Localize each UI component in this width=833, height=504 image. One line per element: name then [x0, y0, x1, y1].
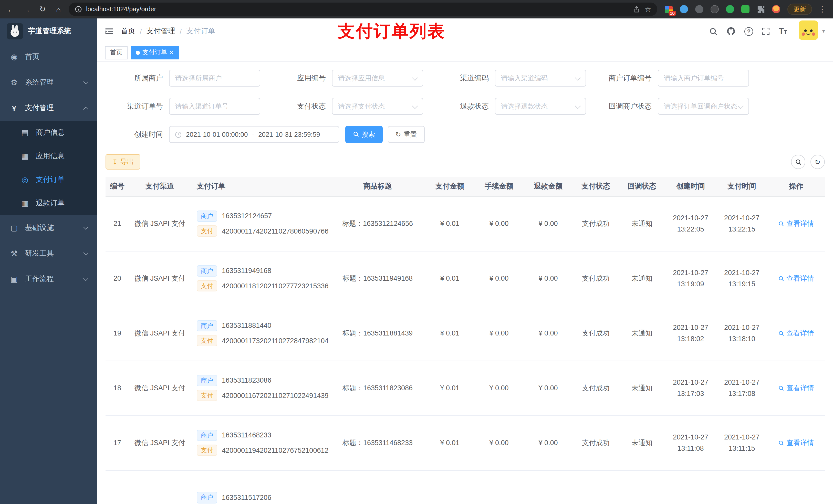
- address-bar[interactable]: localhost:1024/pay/order ☆: [69, 3, 657, 16]
- top-navbar: 首页 / 支付管理 / 支付订单 支付订单列表 ?: [97, 19, 833, 44]
- reload-icon[interactable]: ↻: [37, 4, 48, 15]
- pay-badge: 支付: [197, 225, 217, 237]
- col-order: 支付订单: [191, 177, 330, 196]
- app-no-select[interactable]: [332, 70, 423, 87]
- browser-chrome: ← → ↻ ⌂ localhost:1024/pay/order ☆ 10: [0, 0, 833, 19]
- col-action: 操作: [767, 177, 825, 196]
- chevron-down-icon: [83, 79, 88, 84]
- sidebar-item-infrastructure[interactable]: ▢ 基础设施: [0, 215, 97, 241]
- extension-blue-icon[interactable]: [679, 5, 689, 14]
- merchant-order-no-input[interactable]: [658, 74, 748, 82]
- app-logo[interactable]: 芋道管理系统: [0, 19, 97, 44]
- view-detail-link[interactable]: 查看详情: [778, 438, 814, 448]
- channel-order-no-input[interactable]: [170, 102, 260, 110]
- view-detail-link[interactable]: 查看详情: [778, 383, 814, 392]
- merchant-order-no: 1635312124657: [222, 212, 272, 220]
- reset-button[interactable]: ↻ 重置: [388, 126, 425, 143]
- sidebar-item-system[interactable]: ⚙ 系统管理: [0, 70, 97, 95]
- extension-green-circle-icon[interactable]: [725, 5, 735, 14]
- merchant-input[interactable]: [170, 74, 260, 82]
- briefcase-icon: ▣: [10, 274, 19, 284]
- search-icon: [353, 131, 359, 138]
- bookmark-star-icon[interactable]: ☆: [645, 5, 651, 13]
- share-icon[interactable]: [634, 6, 641, 13]
- sidebar-toggle-icon[interactable]: [104, 27, 114, 36]
- forward-icon[interactable]: →: [21, 4, 32, 15]
- font-size-icon[interactable]: TT: [779, 27, 787, 36]
- col-create-time: 创建时间: [665, 177, 716, 196]
- merchant-badge: 商户: [197, 430, 217, 441]
- channel-code-select[interactable]: [495, 70, 586, 87]
- grid-icon: ▦: [21, 152, 29, 161]
- col-title: 商品标题: [330, 177, 425, 196]
- back-icon[interactable]: ←: [5, 4, 16, 15]
- pay-status-label: 支付状态: [268, 102, 332, 111]
- browser-menu-icon[interactable]: ⋮: [817, 4, 828, 15]
- view-detail-link[interactable]: 查看详情: [778, 329, 814, 338]
- extension-gray-icon[interactable]: [695, 5, 704, 14]
- view-detail-link[interactable]: 查看详情: [778, 219, 814, 228]
- merchant-label: 所属商户: [105, 73, 169, 83]
- view-detail-link[interactable]: 查看详情: [778, 274, 814, 283]
- sidebar-item-dev-tools[interactable]: ⚒ 研发工具: [0, 241, 97, 266]
- export-button[interactable]: ↧ 导出: [105, 154, 140, 170]
- pay-badge: 支付: [197, 280, 217, 291]
- github-icon[interactable]: [727, 27, 736, 36]
- sidebar-item-pay-order[interactable]: ◎ 支付订单: [0, 168, 97, 192]
- merchant-order-no: 1635311881440: [222, 322, 271, 330]
- date-range-picker[interactable]: 2021-10-01 00:00:00 - 2021-10-31 23:59:5…: [169, 126, 339, 143]
- breadcrumb-section[interactable]: 支付管理: [146, 27, 175, 36]
- table-row: 18 微信 JSAPI 支付 商户1635311823086 支付4200001…: [105, 361, 825, 415]
- refresh-icon: ↻: [396, 131, 401, 138]
- tool-icon: ⚒: [10, 249, 19, 258]
- col-amount: 支付金额: [425, 177, 474, 196]
- refund-status-select[interactable]: [495, 98, 586, 115]
- col-channel: 支付渠道: [129, 177, 191, 196]
- channel-pay-no: 4200001167202110271022491439: [222, 391, 328, 399]
- pay-badge: 支付: [197, 445, 217, 456]
- table-row-partial: 商户1635311517206: [105, 470, 825, 504]
- fullscreen-icon[interactable]: [762, 27, 770, 35]
- home-icon[interactable]: ⌂: [53, 4, 64, 15]
- tab-pay-order[interactable]: 支付订单 ×: [130, 46, 178, 59]
- user-avatar: [799, 21, 818, 42]
- monitor-icon: ▢: [10, 223, 19, 233]
- sidebar-item-refund-order[interactable]: ▥ 退款订单: [0, 192, 97, 215]
- wechat-extension-icon[interactable]: [741, 5, 750, 14]
- refresh-table-button[interactable]: ↻: [810, 155, 825, 169]
- notify-status-select[interactable]: [658, 98, 749, 115]
- sidebar-item-merchant-info[interactable]: ▤ 商户信息: [0, 121, 97, 144]
- yen-icon: ¥: [10, 104, 19, 113]
- user-menu[interactable]: ▼: [799, 21, 826, 42]
- page-content: 所属商户 应用编号 渠道编码 商户订单编号: [97, 62, 833, 504]
- browser-profile-avatar[interactable]: [771, 5, 781, 14]
- toggle-search-button[interactable]: [791, 155, 805, 169]
- close-icon[interactable]: ×: [170, 49, 173, 56]
- merchant-order-no: 1635311823086: [222, 377, 271, 384]
- app-title: 芋道管理系统: [28, 27, 71, 36]
- sidebar-item-payment[interactable]: ¥ 支付管理: [0, 95, 97, 121]
- merchant-badge: 商户: [197, 492, 217, 503]
- extension-grid-icon[interactable]: 10: [664, 5, 673, 14]
- chevron-down-icon: [83, 224, 88, 230]
- sidebar-item-workflow[interactable]: ▣ 工作流程: [0, 266, 97, 292]
- search-icon[interactable]: [709, 27, 718, 35]
- extension-dark-icon[interactable]: [710, 5, 719, 14]
- search-button[interactable]: 搜索: [345, 126, 383, 143]
- sidebar: 芋道管理系统 ◉ 首页 ⚙ 系统管理 ¥ 支付管理 ▤ 商户信息: [0, 19, 97, 504]
- sidebar-item-home[interactable]: ◉ 首页: [0, 44, 97, 70]
- channel-pay-no: 4200001173202110272847982104: [222, 337, 328, 344]
- refund-status-label: 退款状态: [431, 102, 495, 111]
- sidebar-item-app-info[interactable]: ▦ 应用信息: [0, 144, 97, 168]
- channel-pay-no: 4200001174202110278060590766: [222, 227, 328, 235]
- breadcrumb-home[interactable]: 首页: [121, 27, 135, 36]
- date-end: 2021-10-31 23:59:59: [258, 130, 320, 138]
- pay-status-select[interactable]: [332, 98, 423, 115]
- update-button[interactable]: 更新: [787, 4, 812, 15]
- site-info-icon[interactable]: [75, 6, 82, 13]
- pay-badge: 支付: [197, 390, 217, 401]
- caret-down-icon: ▼: [821, 29, 826, 34]
- help-icon[interactable]: ?: [744, 27, 753, 35]
- extensions-puzzle-icon[interactable]: [756, 5, 765, 14]
- tab-home[interactable]: 首页: [105, 46, 127, 59]
